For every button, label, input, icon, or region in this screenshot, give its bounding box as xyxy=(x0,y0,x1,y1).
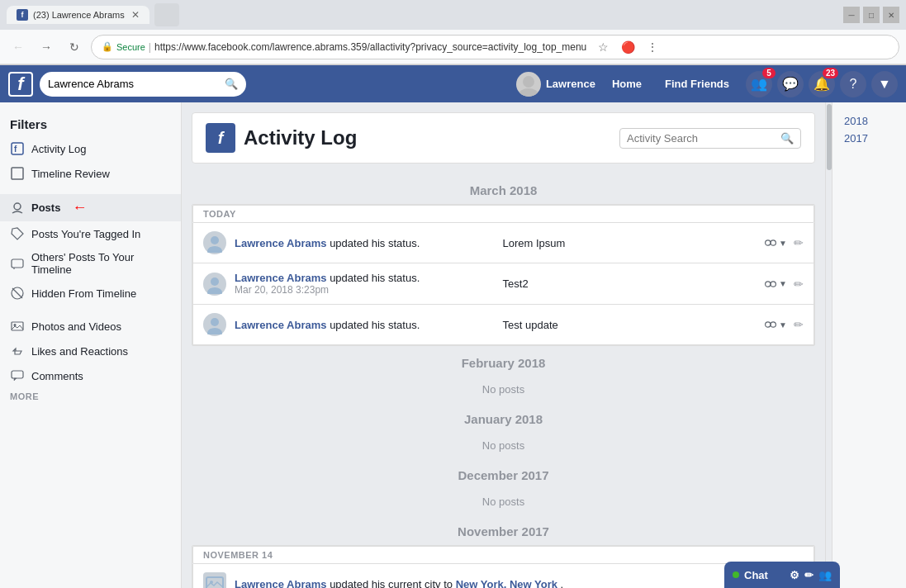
month-november-2017: November 2017 xyxy=(192,514,815,545)
today-label: TODAY xyxy=(192,205,814,223)
sidebar-posts-tagged-label: Posts You're Tagged In xyxy=(31,228,140,240)
sidebar-item-likes-reactions[interactable]: Likes and Reactions xyxy=(0,339,181,363)
activity-search-input[interactable] xyxy=(627,132,780,145)
entry-actions-1: ▼ ✏ xyxy=(764,236,804,249)
sidebar-hidden-timeline-label: Hidden From Timeline xyxy=(31,287,136,300)
privacy-button-2[interactable]: ▼ xyxy=(764,279,787,289)
activity-log-logo: f xyxy=(206,123,235,153)
fb-search-input[interactable] xyxy=(48,78,225,90)
fb-home-link[interactable]: Home xyxy=(605,74,648,93)
edit-button-3[interactable]: ✏ xyxy=(794,318,804,331)
chat-settings-icon[interactable]: ⚙ xyxy=(790,569,799,581)
sidebar-item-others-posts[interactable]: Others' Posts To Your Timeline xyxy=(0,246,181,281)
window-minimize-button[interactable]: ─ xyxy=(843,7,860,23)
entry-user-link-1[interactable]: Lawrence Abrams xyxy=(235,237,327,249)
forward-button[interactable]: → xyxy=(35,36,58,59)
browser-titlebar: f (23) Lawrence Abrams ✕ ─ □ ✕ xyxy=(0,0,906,30)
svg-point-23 xyxy=(771,322,776,327)
svg-point-12 xyxy=(211,236,219,244)
fb-avatar xyxy=(516,72,541,97)
bookmark-icon[interactable]: ☆ xyxy=(593,37,613,57)
main-layout: Filters f Activity Log Timeline Review P… xyxy=(0,102,906,588)
svg-point-15 xyxy=(771,240,776,245)
year-2018[interactable]: 2018 xyxy=(839,112,899,130)
fb-nav-icons: 👥 5 💬 🔔 23 ? ▼ xyxy=(746,71,898,97)
year-2017[interactable]: 2017 xyxy=(839,130,899,147)
back-button[interactable]: ← xyxy=(7,36,30,59)
svg-rect-11 xyxy=(12,371,23,378)
entry-user-link-2[interactable]: Lawrence Abrams xyxy=(235,272,327,284)
svg-point-5 xyxy=(14,203,21,210)
new-tab-button[interactable] xyxy=(154,3,179,26)
others-posts-icon xyxy=(10,256,25,271)
edit-button-2[interactable]: ✏ xyxy=(794,277,804,291)
entry-city-link-nov[interactable]: New York, New York xyxy=(456,578,557,589)
address-bar-actions: ☆ 🔴 ⋮ xyxy=(593,37,662,57)
chat-icons: ⚙ ✏ 👥 xyxy=(790,569,832,581)
sidebar-item-timeline-review[interactable]: Timeline Review xyxy=(0,161,181,186)
sidebar-item-photos-videos[interactable]: Photos and Videos xyxy=(0,314,181,339)
month-december-2017: December 2017 xyxy=(192,458,815,489)
chat-edit-icon[interactable]: ✏ xyxy=(804,569,814,581)
svg-rect-9 xyxy=(12,322,23,330)
table-row: Lawrence Abrams updated his status. Mar … xyxy=(192,263,814,305)
fb-username: Lawrence xyxy=(546,78,595,90)
chat-bar[interactable]: Chat ⚙ ✏ 👥 xyxy=(724,562,840,588)
table-row: Lawrence Abrams updated his current city… xyxy=(192,564,814,588)
svg-text:f: f xyxy=(14,145,17,154)
activity-search-box[interactable]: 🔍 xyxy=(619,128,801,149)
month-february-2018: February 2018 xyxy=(192,346,815,377)
avatar xyxy=(203,313,226,336)
fb-dropdown-icon[interactable]: ▼ xyxy=(871,71,898,97)
svg-point-14 xyxy=(766,240,771,245)
sidebar-item-posts-tagged[interactable]: Posts You're Tagged In xyxy=(0,221,181,246)
svg-point-1 xyxy=(519,88,538,97)
tab-close-button[interactable]: ✕ xyxy=(131,9,140,21)
chat-label: Chat xyxy=(744,569,768,581)
entry-actions-3: ▼ ✏ xyxy=(764,318,804,331)
fb-user-profile[interactable]: Lawrence xyxy=(516,72,595,97)
refresh-button[interactable]: ↻ xyxy=(63,36,86,59)
scrollbar-area[interactable] xyxy=(825,102,832,588)
scroll-thumb[interactable] xyxy=(827,104,832,170)
entry-text-2: Lawrence Abrams updated his status. Mar … xyxy=(235,272,488,296)
fb-nav: Lawrence Home Find Friends 👥 5 💬 🔔 23 ? … xyxy=(516,71,898,97)
window-close-button[interactable]: ✕ xyxy=(883,7,899,23)
avatar xyxy=(203,572,226,588)
chat-users-icon[interactable]: 👥 xyxy=(818,569,832,581)
activity-search-icon: 🔍 xyxy=(780,132,794,145)
month-march-2018: March 2018 xyxy=(192,173,815,204)
edit-button-1[interactable]: ✏ xyxy=(794,236,804,249)
browser-tab[interactable]: f (23) Lawrence Abrams ✕ xyxy=(7,6,149,24)
privacy-button-1[interactable]: ▼ xyxy=(764,238,787,248)
extension-icon[interactable]: 🔴 xyxy=(618,37,638,57)
sidebar-item-activity-log[interactable]: f Activity Log xyxy=(0,136,181,161)
lock-icon: 🔒 xyxy=(102,41,113,52)
avatar xyxy=(203,273,226,296)
fb-search-box[interactable]: 🔍 xyxy=(40,72,246,97)
browser-menu-icon[interactable]: ⋮ xyxy=(643,37,662,57)
sidebar-item-hidden-timeline[interactable]: Hidden From Timeline xyxy=(0,281,181,306)
fb-messenger-icon[interactable]: 💬 xyxy=(777,71,804,97)
posts-tagged-icon xyxy=(10,226,25,241)
table-row: Lawrence Abrams updated his status. Test… xyxy=(192,305,814,345)
window-maximize-button[interactable]: □ xyxy=(863,7,880,23)
address-bar[interactable]: 🔒 Secure | https://www.facebook.com/lawr… xyxy=(91,35,899,59)
sidebar-item-comments[interactable]: Comments xyxy=(0,363,181,388)
sidebar-activity-log-label: Activity Log xyxy=(31,143,86,155)
fb-friends-icon[interactable]: 👥 5 xyxy=(746,71,772,97)
svg-point-16 xyxy=(211,277,219,286)
sidebar-more-button[interactable]: MORE xyxy=(0,388,181,405)
likes-reactions-icon xyxy=(10,344,25,358)
entry-user-link-nov[interactable]: Lawrence Abrams xyxy=(235,578,327,589)
fb-help-icon[interactable]: ? xyxy=(840,71,866,97)
red-arrow-indicator: ← xyxy=(72,199,87,216)
fb-find-friends-link[interactable]: Find Friends xyxy=(658,74,736,93)
entry-user-link-3[interactable]: Lawrence Abrams xyxy=(235,319,327,331)
tab-favicon: f xyxy=(17,9,28,21)
privacy-button-3[interactable]: ▼ xyxy=(764,320,787,330)
sidebar-item-posts[interactable]: Posts ← xyxy=(0,194,181,221)
november-2017-section: NOVEMBER 14 Lawrence Abrams updated his … xyxy=(192,545,815,588)
fb-notifications-icon[interactable]: 🔔 23 xyxy=(809,71,835,97)
svg-point-13 xyxy=(207,246,222,253)
